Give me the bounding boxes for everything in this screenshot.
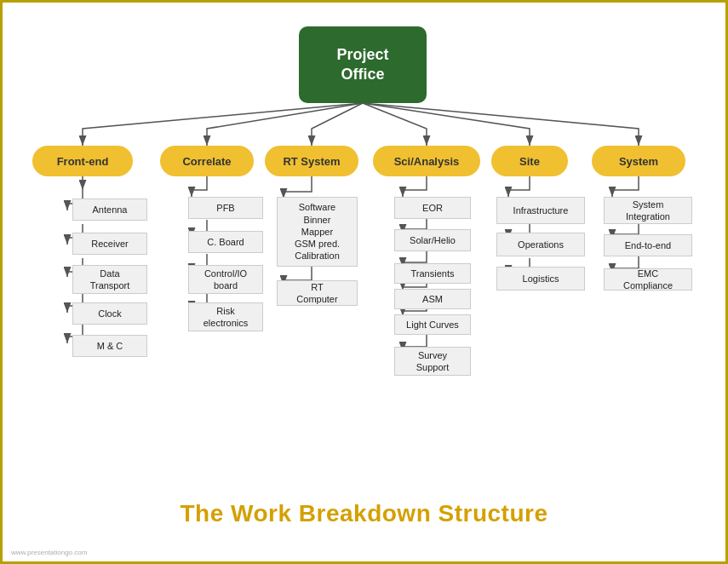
l2-transients: Transients	[394, 263, 471, 284]
watermark: www.presentationgo.com	[11, 549, 87, 556]
l2-sysintegration: SystemIntegration	[604, 197, 692, 224]
l1-scianalysis: Sci/Analysis	[373, 146, 480, 176]
wbs-title: The Work Breakdown Structure	[3, 500, 725, 527]
l1-system: System	[592, 146, 685, 176]
l2-surveysupport: SurveySupport	[394, 347, 471, 376]
l2-endtoend: End-to-end	[604, 234, 692, 256]
l2-logistics: Logistics	[496, 267, 585, 291]
l2-solarhelio: Solar/Helio	[394, 229, 471, 251]
diagram-area: ProjectOffice Front-end Correlate RT Sys…	[3, 3, 728, 454]
l2-antenna: Antenna	[72, 199, 147, 221]
l1-frontend: Front-end	[32, 146, 133, 176]
l2-lightcurves: Light Curves	[394, 314, 471, 335]
root-node: ProjectOffice	[299, 26, 427, 103]
l2-datatransport: DataTransport	[72, 265, 147, 294]
l2-controlio: Control/IOboard	[188, 265, 263, 294]
l2-emccompliance: EMCCompliance	[604, 268, 692, 291]
l2-infrastructure: Infrastructure	[496, 197, 585, 224]
l2-riskelectronics: Riskelectronics	[188, 302, 263, 331]
l2-operations: Operations	[496, 233, 585, 256]
l2-pfb: PFB	[188, 197, 263, 219]
l2-clock: Clock	[72, 302, 147, 325]
l2-receiver: Receiver	[72, 233, 147, 255]
l2-cboard: C. Board	[188, 231, 263, 253]
l2-mac: M & C	[72, 335, 147, 357]
l1-correlate: Correlate	[160, 146, 254, 176]
l2-rtcomputer: RTComputer	[277, 280, 358, 306]
l2-asm: ASM	[394, 289, 471, 309]
l2-software: SoftwareBinnerMapperGSM pred.Calibration	[277, 197, 358, 267]
l2-eor: EOR	[394, 197, 471, 219]
l1-rtsystem: RT System	[265, 146, 358, 176]
l1-site: Site	[491, 146, 568, 176]
